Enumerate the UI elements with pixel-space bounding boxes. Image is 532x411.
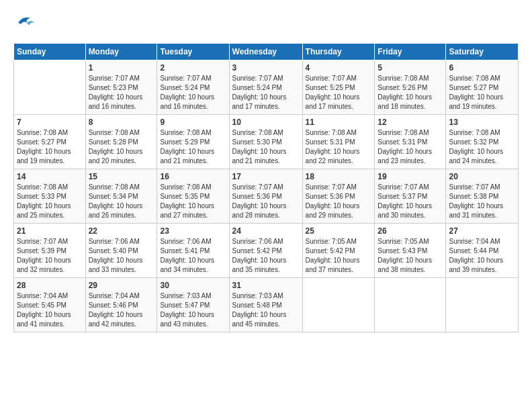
- day-info: Sunrise: 7:07 AM Sunset: 5:36 PM Dayligh…: [306, 183, 372, 220]
- calendar-week-row: 14Sunrise: 7:08 AM Sunset: 5:33 PM Dayli…: [14, 169, 519, 224]
- calendar-cell: 19Sunrise: 7:07 AM Sunset: 5:37 PM Dayli…: [375, 169, 446, 224]
- day-info: Sunrise: 7:03 AM Sunset: 5:48 PM Dayligh…: [232, 291, 300, 329]
- calendar-cell: 7Sunrise: 7:08 AM Sunset: 5:27 PM Daylig…: [14, 115, 86, 169]
- calendar-cell: 10Sunrise: 7:08 AM Sunset: 5:30 PM Dayli…: [229, 115, 302, 169]
- day-number: 3: [232, 63, 300, 73]
- col-wednesday: Wednesday: [229, 44, 302, 60]
- day-number: 9: [160, 118, 226, 127]
- calendar-cell: 2Sunrise: 7:07 AM Sunset: 5:24 PM Daylig…: [157, 60, 229, 115]
- day-info: Sunrise: 7:05 AM Sunset: 5:42 PM Dayligh…: [306, 237, 372, 275]
- day-info: Sunrise: 7:07 AM Sunset: 5:39 PM Dayligh…: [17, 237, 83, 275]
- day-number: 11: [306, 118, 372, 127]
- day-number: 22: [89, 226, 154, 236]
- day-info: Sunrise: 7:03 AM Sunset: 5:47 PM Dayligh…: [160, 291, 226, 329]
- day-info: Sunrise: 7:08 AM Sunset: 5:35 PM Dayligh…: [160, 183, 226, 220]
- logo-icon: [13, 11, 38, 35]
- day-info: Sunrise: 7:08 AM Sunset: 5:27 PM Dayligh…: [17, 128, 83, 166]
- calendar-cell: 14Sunrise: 7:08 AM Sunset: 5:33 PM Dayli…: [14, 169, 86, 224]
- day-number: 12: [378, 118, 443, 127]
- col-saturday: Saturday: [446, 44, 519, 60]
- calendar-cell: 23Sunrise: 7:06 AM Sunset: 5:41 PM Dayli…: [157, 224, 229, 278]
- day-number: 6: [449, 63, 515, 73]
- calendar-week-row: 21Sunrise: 7:07 AM Sunset: 5:39 PM Dayli…: [14, 224, 519, 278]
- calendar-cell: [302, 278, 375, 332]
- col-thursday: Thursday: [302, 44, 375, 60]
- calendar-body: 1Sunrise: 7:07 AM Sunset: 5:23 PM Daylig…: [14, 60, 519, 332]
- calendar-cell: 31Sunrise: 7:03 AM Sunset: 5:48 PM Dayli…: [229, 278, 302, 332]
- calendar-cell: 24Sunrise: 7:06 AM Sunset: 5:42 PM Dayli…: [229, 224, 302, 278]
- day-info: Sunrise: 7:07 AM Sunset: 5:37 PM Dayligh…: [378, 183, 443, 220]
- day-number: 25: [306, 226, 372, 236]
- day-number: 24: [232, 226, 300, 236]
- col-friday: Friday: [375, 44, 446, 60]
- day-info: Sunrise: 7:07 AM Sunset: 5:24 PM Dayligh…: [160, 74, 226, 111]
- calendar-cell: 8Sunrise: 7:08 AM Sunset: 5:28 PM Daylig…: [85, 115, 157, 169]
- calendar-cell: 13Sunrise: 7:08 AM Sunset: 5:32 PM Dayli…: [446, 115, 519, 169]
- day-number: 8: [89, 118, 154, 127]
- day-number: 23: [160, 226, 226, 236]
- calendar-cell: 28Sunrise: 7:04 AM Sunset: 5:45 PM Dayli…: [14, 278, 86, 332]
- day-number: 18: [306, 172, 372, 181]
- calendar-header: Sunday Monday Tuesday Wednesday Thursday…: [14, 44, 519, 60]
- day-info: Sunrise: 7:08 AM Sunset: 5:26 PM Dayligh…: [378, 74, 443, 111]
- col-sunday: Sunday: [14, 44, 86, 60]
- day-number: 2: [160, 63, 226, 73]
- day-number: 29: [89, 281, 154, 290]
- header-row: Sunday Monday Tuesday Wednesday Thursday…: [14, 44, 519, 60]
- calendar-cell: 1Sunrise: 7:07 AM Sunset: 5:23 PM Daylig…: [85, 60, 157, 115]
- day-info: Sunrise: 7:06 AM Sunset: 5:41 PM Dayligh…: [160, 237, 226, 275]
- calendar-cell: 3Sunrise: 7:07 AM Sunset: 5:24 PM Daylig…: [229, 60, 302, 115]
- calendar-table: Sunday Monday Tuesday Wednesday Thursday…: [13, 43, 519, 332]
- calendar-cell: 11Sunrise: 7:08 AM Sunset: 5:31 PM Dayli…: [302, 115, 375, 169]
- day-number: 20: [449, 172, 515, 181]
- calendar-cell: 5Sunrise: 7:08 AM Sunset: 5:26 PM Daylig…: [375, 60, 446, 115]
- day-number: 10: [232, 118, 300, 127]
- day-info: Sunrise: 7:07 AM Sunset: 5:38 PM Dayligh…: [449, 183, 515, 220]
- calendar-cell: 15Sunrise: 7:08 AM Sunset: 5:34 PM Dayli…: [85, 169, 157, 224]
- day-info: Sunrise: 7:08 AM Sunset: 5:34 PM Dayligh…: [89, 183, 154, 220]
- calendar-cell: 6Sunrise: 7:08 AM Sunset: 5:27 PM Daylig…: [446, 60, 519, 115]
- day-number: 17: [232, 172, 300, 181]
- calendar-cell: 12Sunrise: 7:08 AM Sunset: 5:31 PM Dayli…: [375, 115, 446, 169]
- col-tuesday: Tuesday: [157, 44, 229, 60]
- day-info: Sunrise: 7:07 AM Sunset: 5:23 PM Dayligh…: [89, 74, 154, 111]
- day-number: 13: [449, 118, 515, 127]
- page-header: [13, 11, 519, 35]
- calendar-cell: 25Sunrise: 7:05 AM Sunset: 5:42 PM Dayli…: [302, 224, 375, 278]
- calendar-cell: [446, 278, 519, 332]
- day-number: 4: [306, 63, 372, 73]
- day-info: Sunrise: 7:08 AM Sunset: 5:32 PM Dayligh…: [449, 128, 515, 166]
- day-info: Sunrise: 7:07 AM Sunset: 5:25 PM Dayligh…: [306, 74, 372, 111]
- day-info: Sunrise: 7:08 AM Sunset: 5:33 PM Dayligh…: [17, 183, 83, 220]
- calendar-cell: [375, 278, 446, 332]
- logo: [13, 11, 39, 35]
- calendar-cell: 20Sunrise: 7:07 AM Sunset: 5:38 PM Dayli…: [446, 169, 519, 224]
- calendar-cell: 17Sunrise: 7:07 AM Sunset: 5:36 PM Dayli…: [229, 169, 302, 224]
- calendar-cell: 26Sunrise: 7:05 AM Sunset: 5:43 PM Dayli…: [375, 224, 446, 278]
- calendar-cell: 30Sunrise: 7:03 AM Sunset: 5:47 PM Dayli…: [157, 278, 229, 332]
- day-number: 28: [17, 281, 83, 290]
- day-info: Sunrise: 7:04 AM Sunset: 5:44 PM Dayligh…: [449, 237, 515, 275]
- calendar-week-row: 7Sunrise: 7:08 AM Sunset: 5:27 PM Daylig…: [14, 115, 519, 169]
- calendar-cell: 29Sunrise: 7:04 AM Sunset: 5:46 PM Dayli…: [85, 278, 157, 332]
- calendar-cell: 4Sunrise: 7:07 AM Sunset: 5:25 PM Daylig…: [302, 60, 375, 115]
- day-info: Sunrise: 7:08 AM Sunset: 5:29 PM Dayligh…: [160, 128, 226, 166]
- calendar-cell: 27Sunrise: 7:04 AM Sunset: 5:44 PM Dayli…: [446, 224, 519, 278]
- col-monday: Monday: [85, 44, 157, 60]
- calendar-cell: 22Sunrise: 7:06 AM Sunset: 5:40 PM Dayli…: [85, 224, 157, 278]
- calendar-week-row: 1Sunrise: 7:07 AM Sunset: 5:23 PM Daylig…: [14, 60, 519, 115]
- day-number: 21: [17, 226, 83, 236]
- calendar-cell: [14, 60, 86, 115]
- day-info: Sunrise: 7:08 AM Sunset: 5:30 PM Dayligh…: [232, 128, 300, 166]
- day-number: 16: [160, 172, 226, 181]
- day-info: Sunrise: 7:04 AM Sunset: 5:45 PM Dayligh…: [17, 291, 83, 329]
- day-number: 1: [89, 63, 154, 73]
- day-number: 30: [160, 281, 226, 290]
- day-info: Sunrise: 7:04 AM Sunset: 5:46 PM Dayligh…: [89, 291, 154, 329]
- day-number: 14: [17, 172, 83, 181]
- day-number: 19: [378, 172, 443, 181]
- calendar-week-row: 28Sunrise: 7:04 AM Sunset: 5:45 PM Dayli…: [14, 278, 519, 332]
- day-info: Sunrise: 7:05 AM Sunset: 5:43 PM Dayligh…: [378, 237, 443, 275]
- day-info: Sunrise: 7:08 AM Sunset: 5:31 PM Dayligh…: [378, 128, 443, 166]
- day-info: Sunrise: 7:06 AM Sunset: 5:40 PM Dayligh…: [89, 237, 154, 275]
